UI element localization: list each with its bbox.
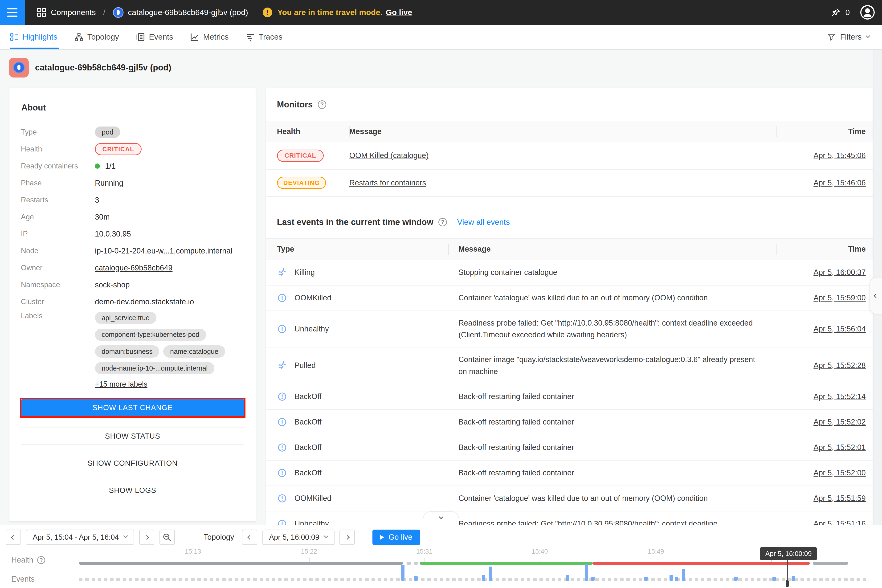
zoom-out-button[interactable] bbox=[159, 530, 175, 545]
content: catalogue-69b58cb649-gjl5v (pod) About T… bbox=[0, 50, 882, 525]
go-live-button[interactable]: Go live bbox=[372, 530, 420, 545]
event-time-link[interactable]: Apr 5, 15:52:28 bbox=[813, 361, 866, 370]
events-table-header: Type Message Time bbox=[266, 238, 873, 260]
about-field-cluster: Clusterdemo-dev.demo.stackstate.io bbox=[21, 295, 244, 309]
current-time-value: Apr 5, 16:00:09 bbox=[269, 533, 319, 542]
health-help-icon[interactable]: ? bbox=[37, 556, 45, 564]
play-icon bbox=[380, 535, 384, 540]
event-type-label: OOMKilled bbox=[294, 294, 332, 302]
view-all-events-link[interactable]: View all events bbox=[457, 218, 510, 226]
monitor-message-link[interactable]: OOM Killed (catalogue) bbox=[350, 151, 429, 160]
pin-icon[interactable] bbox=[830, 7, 841, 18]
monitors-help-icon[interactable]: ? bbox=[318, 100, 326, 109]
label-pill[interactable]: api_service:true bbox=[95, 312, 156, 324]
event-time-link[interactable]: Apr 5, 15:51:16 bbox=[813, 519, 866, 525]
health-segment-lightgray bbox=[406, 562, 411, 565]
go-live-link[interactable]: Go live bbox=[386, 8, 412, 17]
show-status-button[interactable]: SHOW STATUS bbox=[21, 428, 244, 445]
breadcrumb-components[interactable]: Components bbox=[51, 8, 96, 17]
event-bar bbox=[482, 575, 485, 581]
events-baseline bbox=[79, 578, 866, 581]
app: Components / catalogue-69b58cb649-gjl5v … bbox=[0, 0, 882, 588]
label-pill[interactable]: node-name:ip-10-...ompute.internal bbox=[95, 362, 214, 374]
pod-type-icon bbox=[9, 58, 29, 78]
menu-button[interactable] bbox=[0, 0, 25, 25]
event-message: Back-off restarting failed container bbox=[448, 467, 777, 479]
event-message: Stopping container catalogue bbox=[448, 266, 777, 278]
range-prev-button[interactable] bbox=[6, 530, 21, 545]
event-time-link[interactable]: Apr 5, 15:52:01 bbox=[813, 443, 866, 452]
owner-link[interactable]: catalogue-69b58cb649 bbox=[95, 264, 172, 272]
avatar[interactable] bbox=[860, 5, 875, 20]
event-time-link[interactable]: Apr 5, 16:00:37 bbox=[813, 268, 866, 277]
collapse-panel-button[interactable] bbox=[423, 511, 459, 525]
monitor-time: Apr 5, 15:46:06 bbox=[777, 178, 866, 187]
show-configuration-button[interactable]: SHOW CONFIGURATION bbox=[21, 454, 244, 472]
about-field-value: pod bbox=[95, 126, 120, 138]
tab-highlights[interactable]: Highlights bbox=[10, 25, 66, 50]
page-header: catalogue-69b58cb649-gjl5v (pod) bbox=[9, 58, 171, 78]
expand-right-panel-button[interactable] bbox=[870, 277, 882, 314]
event-time-link[interactable]: Apr 5, 15:52:02 bbox=[813, 418, 866, 426]
event-time-link[interactable]: Apr 5, 15:52:00 bbox=[813, 469, 866, 477]
alert-icon bbox=[277, 417, 287, 427]
about-field-value: 10.0.30.95 bbox=[95, 230, 131, 238]
monitor-message-link[interactable]: Restarts for containers bbox=[350, 178, 426, 187]
show-last-change-button[interactable]: SHOW LAST CHANGE bbox=[21, 399, 244, 416]
event-time: Apr 5, 16:00:37 bbox=[777, 268, 866, 277]
about-field-restarts: Restarts3 bbox=[21, 193, 244, 207]
show-logs-button[interactable]: SHOW LOGS bbox=[21, 482, 244, 499]
event-type-label: BackOff bbox=[294, 392, 322, 401]
time-range-select[interactable]: Apr 5, 15:04 - Apr 5, 16:04 bbox=[26, 530, 134, 545]
current-time-select[interactable]: Apr 5, 16:00:09 bbox=[262, 530, 334, 545]
time-next-button[interactable] bbox=[339, 530, 355, 545]
tabbar: HighlightsTopologyEventsMetricsTraces Fi… bbox=[0, 25, 882, 50]
event-type: OOMKilled bbox=[277, 293, 448, 303]
tab-metrics[interactable]: Metrics bbox=[182, 25, 237, 50]
time-prev-button[interactable] bbox=[242, 530, 257, 545]
monitor-time-link[interactable]: Apr 5, 15:46:06 bbox=[813, 178, 866, 187]
label-pill[interactable]: component-type:kubernetes-pod bbox=[95, 328, 206, 341]
event-time: Apr 5, 15:59:00 bbox=[777, 294, 866, 302]
health-badge-critical: CRITICAL bbox=[277, 150, 324, 162]
topbar-actions: 0 bbox=[830, 5, 882, 20]
event-bar bbox=[414, 576, 417, 581]
about-field-label: Node bbox=[21, 247, 95, 255]
event-bar bbox=[734, 577, 737, 581]
event-time-link[interactable]: Apr 5, 15:51:59 bbox=[813, 494, 866, 502]
event-time-link[interactable]: Apr 5, 15:59:00 bbox=[813, 294, 866, 302]
monitor-time-link[interactable]: Apr 5, 15:45:06 bbox=[813, 151, 866, 160]
event-message: Back-off restarting failed container bbox=[448, 416, 777, 428]
events-rows: KillingStopping container catalogueApr 5… bbox=[266, 260, 873, 525]
about-field-value: 30m bbox=[95, 213, 110, 222]
event-message: Container 'catalogue' was killed due to … bbox=[448, 292, 777, 304]
label-pill[interactable]: domain:business bbox=[95, 345, 159, 358]
axis-tick-label: 15:22 bbox=[289, 548, 329, 555]
tab-topology[interactable]: Topology bbox=[66, 25, 128, 50]
event-bar bbox=[792, 576, 795, 581]
event-time-link[interactable]: Apr 5, 15:56:04 bbox=[813, 325, 866, 333]
events-help-icon[interactable]: ? bbox=[438, 218, 447, 226]
col-type: Type bbox=[277, 239, 448, 260]
about-field-labels: Labelsapi_service:truecomponent-type:kub… bbox=[21, 312, 244, 388]
about-field-owner: Ownercatalogue-69b58cb649 bbox=[21, 261, 244, 275]
about-field-label: Type bbox=[21, 128, 95, 136]
range-next-button[interactable] bbox=[139, 530, 154, 545]
filter-icon bbox=[827, 33, 836, 41]
event-message: Container image "quay.io/stackstate/weav… bbox=[448, 354, 777, 377]
event-row: KillingStopping container catalogueApr 5… bbox=[266, 260, 873, 285]
col-message: Message bbox=[448, 239, 777, 260]
event-type-label: Pulled bbox=[294, 361, 316, 370]
filters-button[interactable]: Filters bbox=[827, 33, 882, 42]
more-labels-link[interactable]: +15 more labels bbox=[95, 380, 147, 388]
time-marker-handle[interactable] bbox=[786, 580, 789, 587]
tab-events[interactable]: Events bbox=[128, 25, 182, 50]
timeline-chart: Health? Events 15:1315:2215:3115:4015:49… bbox=[0, 544, 882, 588]
event-time: Apr 5, 15:52:01 bbox=[777, 443, 866, 452]
details-card: Monitors ? Health Message Time CRITICALO… bbox=[266, 88, 873, 525]
label-row: domain:businessname:catalogue bbox=[95, 345, 225, 358]
tab-traces[interactable]: Traces bbox=[237, 25, 291, 50]
about-card: About TypepodHealthCRITICALReady contain… bbox=[9, 88, 256, 522]
label-pill[interactable]: name:catalogue bbox=[163, 345, 225, 358]
event-time-link[interactable]: Apr 5, 15:52:14 bbox=[813, 392, 866, 401]
